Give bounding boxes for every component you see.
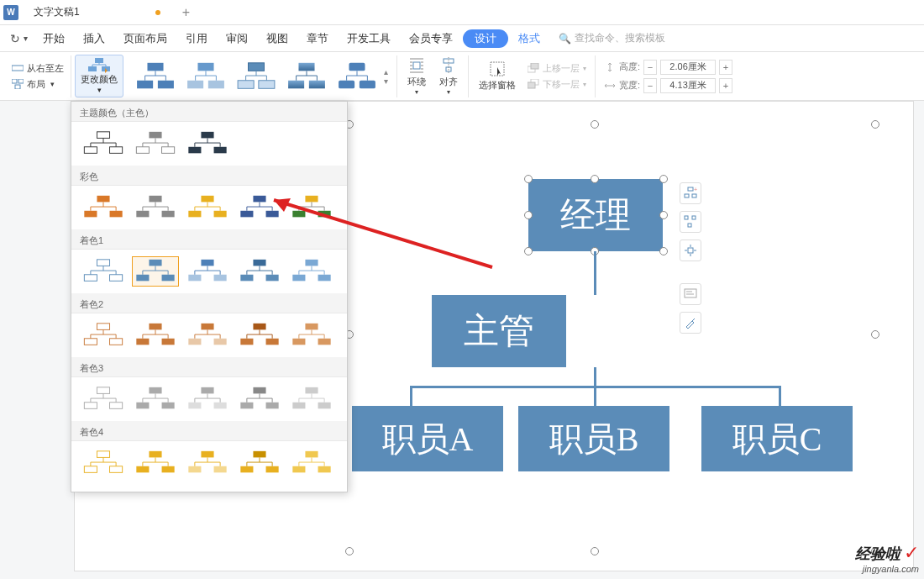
align-button[interactable]: 对齐▾ [433,55,465,98]
color-option-a2-2[interactable] [132,320,179,350]
watermark-text: 经验啦 [855,545,900,562]
width-dec-button[interactable]: − [643,78,657,93]
svg-rect-93 [318,339,331,345]
search-box[interactable]: 🔍 查找命令、搜索模板 [559,31,665,45]
node-handle[interactable] [659,247,668,255]
reset-button[interactable] [680,239,701,261]
color-option-a1-3[interactable] [184,256,231,287]
change-color-button[interactable]: 更改颜色▾ [75,55,123,97]
svg-rect-92 [292,339,305,345]
height-dec-button[interactable]: − [643,60,657,75]
org-connector [594,251,596,295]
style-thumb-1[interactable] [132,59,179,94]
style-thumb-5[interactable] [333,59,381,94]
menu-format[interactable]: 格式 [510,31,549,46]
menu-review[interactable]: 审阅 [218,31,256,46]
color-option-a4-5[interactable] [288,448,335,478]
color-option-a2-3[interactable] [184,320,231,350]
rotate-handle[interactable] [591,120,599,129]
wrap-button[interactable]: 环绕▾ [401,55,433,98]
svg-rect-121 [305,451,318,458]
color-option-a3-3[interactable] [184,384,231,414]
color-option-a3-5[interactable] [288,384,335,414]
layout-button-side[interactable] [680,211,701,233]
svg-rect-52 [149,196,161,203]
style-thumb-3[interactable] [233,59,280,94]
org-employee-c-node[interactable]: 职员C [701,406,853,471]
menu-insert[interactable]: 插入 [75,31,113,46]
color-option-c2[interactable] [132,192,179,223]
menu-design[interactable]: 设计 [463,29,508,48]
bring-forward-button[interactable]: 上移一层▾ [528,62,586,75]
svg-rect-79 [97,324,109,330]
menu-view[interactable]: 视图 [258,31,297,46]
color-option-c1[interactable] [80,192,127,223]
width-inc-button[interactable]: + [719,78,732,93]
menu-member[interactable]: 会员专享 [401,31,461,46]
svg-rect-120 [266,466,279,473]
resize-handle[interactable] [871,330,879,339]
add-shape-button[interactable]: + [680,182,701,204]
node-handle[interactable] [524,175,533,183]
node-handle[interactable] [659,211,668,219]
format-painter-button[interactable] [680,312,701,334]
svg-rect-94 [97,387,109,394]
color-option-a4-2[interactable] [132,448,179,478]
color-option-outline[interactable] [80,129,127,159]
layout-button[interactable]: 布局▾ [12,78,64,91]
height-inc-button[interactable]: + [719,60,732,75]
svg-rect-22 [413,62,420,69]
svg-rect-7 [147,62,163,71]
resize-handle[interactable] [345,547,354,555]
color-palette-icon [88,58,110,73]
color-option-a4-4[interactable] [236,448,283,478]
svg-rect-106 [305,387,318,394]
menu-page-layout[interactable]: 页面布局 [115,31,176,46]
resize-handle[interactable] [871,120,879,129]
color-option-a2-5[interactable] [288,320,335,350]
color-option-a2-1[interactable] [80,320,127,350]
gallery-more-button[interactable]: ▴▾ [384,67,388,86]
svg-rect-12 [208,80,224,88]
menu-references[interactable]: 引用 [177,31,216,46]
org-employee-a-node[interactable]: 职员A [352,406,503,471]
color-option-c3[interactable] [184,192,231,223]
node-handle[interactable] [524,247,533,255]
color-dropdown-panel: 主题颜色（主色） 彩色 着色1 着色2 着色3 着色4 [71,101,348,492]
org-supervisor-node[interactable]: 主管 [432,295,566,367]
svg-rect-50 [84,211,97,218]
width-input[interactable] [660,78,716,93]
color-option-a4-1[interactable] [80,448,127,478]
color-option-a2-4[interactable] [236,320,283,350]
menu-home[interactable]: 开始 [34,31,73,46]
style-thumb-4[interactable] [283,59,330,94]
color-option-a3-2[interactable] [132,384,179,414]
color-option-gray[interactable] [132,129,179,159]
style-thumb-2[interactable] [182,59,229,94]
node-handle[interactable] [524,211,533,219]
color-option-a3-1[interactable] [80,384,127,414]
node-handle[interactable] [659,175,668,183]
svg-rect-3 [15,85,20,89]
redo-button[interactable]: ↻ ▾ [5,32,33,45]
menu-dev[interactable]: 开发工具 [339,31,399,46]
svg-rect-49 [97,196,109,203]
org-manager-node[interactable]: 经理 [528,179,663,251]
color-option-a3-4[interactable] [236,384,283,414]
select-pane-button[interactable]: 选择窗格 [472,58,522,94]
org-employee-b-node[interactable]: 职员B [518,406,669,471]
rtl-button[interactable]: 从右至左 [12,62,64,75]
resize-handle[interactable] [591,547,599,555]
send-backward-button[interactable]: 下移一层▾ [528,78,586,91]
node-handle[interactable] [591,175,599,183]
color-option-a1-1[interactable] [80,256,127,287]
menu-section[interactable]: 章节 [298,31,337,46]
text-pane-button[interactable] [680,283,701,305]
svg-rect-99 [162,403,175,409]
height-input[interactable] [660,60,716,75]
color-option-a4-3[interactable] [184,448,231,478]
color-option-dark[interactable] [184,129,231,159]
document-tab[interactable]: 文字文稿1 [24,0,171,24]
color-option-a1-2-selected[interactable] [132,256,179,287]
new-tab-button[interactable]: + [171,5,202,20]
